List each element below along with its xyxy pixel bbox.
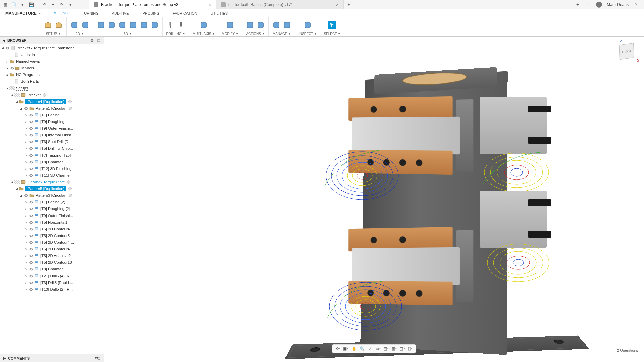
visibility-icon[interactable] (28, 213, 34, 218)
ribbon-tab-milling[interactable]: MILLING (47, 9, 75, 17)
tree-twisty-icon[interactable]: ▷ (23, 261, 28, 264)
tree-operation[interactable]: ▷[T12] 3D Finishing (0, 165, 104, 172)
visibility-icon[interactable] (28, 153, 34, 158)
tree-operation[interactable]: ▷[T3] Drill5 [Rapid ... (0, 279, 104, 286)
visibility-icon[interactable] (28, 246, 34, 252)
visibility-icon[interactable] (5, 45, 10, 51)
tree-pattern5[interactable]: ◢Pattern5 [Duplication] (0, 185, 104, 192)
tree-twisty-icon[interactable]: ◢ (5, 86, 9, 90)
tree-operation[interactable]: ▷[T5] 2D Adaptive2 (0, 252, 104, 259)
ribbon-command-icon[interactable] (303, 21, 312, 29)
tree-twisty-icon[interactable]: ▷ (23, 120, 28, 123)
workspace-switcher[interactable]: MANUFACTURE ▼ (0, 9, 47, 17)
panel-settings-icon[interactable]: ✿ (90, 38, 94, 43)
visibility-icon[interactable] (9, 65, 15, 71)
zoom-fit-icon[interactable]: ⤢ (366, 345, 374, 352)
zoom-icon[interactable]: 🔍 (358, 345, 366, 352)
tree-root[interactable]: ◢Bracket - Torque Plate Tombstone ... (0, 45, 104, 51)
tree-operation[interactable]: ▷[T11] 3D Chamfer (0, 172, 104, 179)
visibility-icon[interactable] (28, 112, 34, 118)
visibility-icon[interactable] (28, 233, 34, 238)
tree-node[interactable]: Both Parts (0, 78, 104, 85)
visibility-icon[interactable] (28, 226, 34, 232)
extensions-icon[interactable]: ✦ (575, 2, 581, 8)
ribbon-command-icon[interactable] (199, 21, 208, 29)
tree-twisty-icon[interactable]: ▷ (23, 274, 28, 278)
tree-setups[interactable]: ◢Setups (0, 85, 104, 92)
visibility-icon[interactable] (28, 240, 34, 245)
tree-twisty-icon[interactable]: ▷ (23, 281, 28, 284)
ribbon-command-icon[interactable] (70, 21, 79, 29)
tree-operation[interactable]: ▷[T9] Internal Finis!... (0, 132, 104, 138)
tree-operation[interactable]: ▷[T21] Drill5 (4) [R... (0, 273, 104, 279)
tree-pattern4[interactable]: ◢Pattern4 [Duplication] (0, 98, 104, 105)
visibility-icon[interactable] (23, 193, 29, 198)
visibility-icon[interactable] (23, 106, 29, 111)
visibility-icon[interactable] (28, 159, 34, 165)
pan-icon[interactable]: ✋ (350, 345, 358, 352)
app-menu-icon[interactable]: ▦ (2, 2, 8, 8)
tree-twisty-icon[interactable]: ◢ (5, 66, 9, 70)
tree-twisty-icon[interactable]: ▷ (23, 140, 28, 143)
tree-operation[interactable]: ▷[T5] 2D Contour10 (0, 259, 104, 266)
tree-twisty-icon[interactable]: ◢ (14, 187, 19, 190)
display-settings-icon[interactable]: ▤▾ (382, 345, 390, 352)
tree-operation[interactable]: ▷[T5] Horizontal1 (0, 219, 104, 226)
ribbon-group-label[interactable]: MODIFY ▼ (222, 32, 238, 36)
ribbon-command-icon[interactable] (328, 21, 336, 29)
tree-twisty-icon[interactable]: ▷ (23, 167, 28, 170)
ribbon-group-label[interactable]: 3D ▼ (124, 32, 132, 36)
ribbon-group-label[interactable]: DRILLING ▼ (166, 32, 185, 36)
ribbon-group-label[interactable]: MANAGE ▼ (273, 32, 291, 36)
tree-operation[interactable]: ▷[T9] Outer Finishi... (0, 212, 104, 219)
tree-twisty-icon[interactable]: ◢ (9, 93, 14, 97)
ribbon-group-label[interactable]: ACTIONS ▼ (246, 32, 264, 36)
ribbon-command-icon[interactable] (246, 21, 254, 29)
comments-panel-header[interactable]: ▶ COMMENTS ✿ □ (0, 354, 104, 362)
tree-operation[interactable]: ▷[T5] 2D Contour4 ... (0, 239, 104, 246)
viewcube[interactable]: Z FRONT X (616, 40, 637, 61)
tree-operation[interactable]: ▷[T5] 2D Contour4 ... (0, 246, 104, 252)
look-at-icon[interactable]: ▣▾ (342, 345, 350, 352)
tree-twisty-icon[interactable]: ▷ (23, 241, 28, 244)
orbit-icon[interactable]: ⟲▾ (334, 345, 341, 352)
visibility-icon[interactable] (28, 126, 34, 131)
tree-operation[interactable]: ▷[T9] Roughing (2) (0, 205, 104, 212)
visibility-icon[interactable] (28, 139, 34, 144)
visibility-icon[interactable] (28, 280, 34, 285)
tree-twisty-icon[interactable]: ▷ (5, 60, 9, 63)
tree-twisty-icon[interactable]: ▷ (23, 147, 28, 150)
visibility-icon[interactable] (28, 146, 34, 151)
tree-operation[interactable]: ▷[T1] Facing (0, 112, 104, 118)
visibility-icon[interactable] (28, 253, 34, 258)
ribbon-command-icon[interactable] (54, 21, 63, 29)
ribbon-command-icon[interactable] (283, 21, 291, 29)
tree-operation[interactable]: ▷[T7] Tapping [Tap] (0, 152, 104, 159)
tree-twisty-icon[interactable]: ▷ (23, 267, 28, 271)
tree-operation[interactable]: ▷[T10] Drill5 (2) [R... (0, 286, 104, 293)
redo-icon[interactable]: ↷ (59, 2, 65, 8)
tree-twisty-icon[interactable]: ▷ (23, 288, 28, 291)
grid-icon[interactable]: ▦▾ (390, 345, 398, 352)
new-tab-button[interactable]: ＋ (346, 2, 352, 8)
camera-icon[interactable]: ⌼▾ (407, 345, 414, 352)
ribbon-group-label[interactable]: INSPECT ▼ (299, 32, 317, 36)
ribbon-command-icon[interactable] (140, 21, 148, 29)
visibility-icon[interactable] (28, 260, 34, 265)
tree-operation[interactable]: ▷[T9] Outer Finishi... (0, 125, 104, 132)
tree-setup-gearbox[interactable]: ◢Gearbox Torque Plate (0, 179, 104, 185)
ribbon-group-label[interactable]: MULTI-AXIS ▼ (193, 32, 215, 36)
panel-maximize-icon[interactable]: □ (96, 38, 101, 43)
document-tab-active[interactable]: Bracket - Torque Plate Tombstone Setup v… (89, 0, 216, 9)
tree-operation[interactable]: ▷[T6] Spot Drill [D... (0, 138, 104, 145)
tree-operation[interactable]: ▷[T9] Roughing (0, 118, 104, 125)
tree-node[interactable]: ◢NC Programs (0, 71, 104, 78)
redo-dropdown-icon[interactable]: ▾ (67, 2, 73, 8)
ribbon-command-icon[interactable] (44, 21, 52, 29)
tree-twisty-icon[interactable]: ◢ (14, 100, 19, 103)
tree-twisty-icon[interactable]: ▷ (23, 254, 28, 257)
visibility-icon[interactable] (28, 166, 34, 171)
ribbon-tab-fabrication[interactable]: FABRICATION (166, 9, 204, 17)
document-tab[interactable]: 5 - Toolpath Basics (Complete) v17* × (216, 0, 344, 9)
tree-twisty-icon[interactable]: ▷ (23, 221, 28, 224)
